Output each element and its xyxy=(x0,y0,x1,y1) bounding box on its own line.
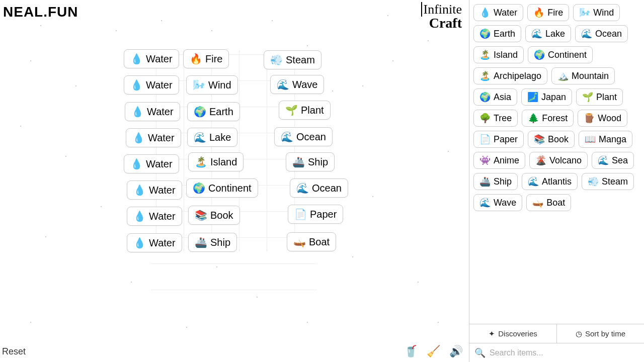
canvas-chip-ship[interactable]: 🚢Ship xyxy=(286,152,335,171)
atlantis-icon: 🌊 xyxy=(528,176,539,187)
canvas-chip-wave[interactable]: 🌊Wave xyxy=(270,75,324,94)
chip-label: Wave xyxy=(292,79,317,90)
canvas-chip-ocean[interactable]: 🌊Ocean xyxy=(290,178,348,198)
chip-label: Water xyxy=(146,79,173,91)
inventory-item-manga[interactable]: 📖Manga xyxy=(579,131,632,148)
inventory-item-boat[interactable]: 🛶Boat xyxy=(526,194,571,211)
canvas-chip-book[interactable]: 📚Book xyxy=(188,206,240,225)
inventory-item-steam[interactable]: 💨Steam xyxy=(582,173,634,190)
dust-particle xyxy=(387,15,388,16)
canvas-chip-continent[interactable]: 🌍Continent xyxy=(186,178,258,198)
canvas-chip-water[interactable]: 💧Water xyxy=(127,180,182,200)
canvas-chip-fire[interactable]: 🔥Fire xyxy=(183,49,229,68)
fire-icon: 🔥 xyxy=(190,53,202,65)
tab-discoveries[interactable]: ✦ Discoveries xyxy=(469,324,557,343)
canvas-chip-wind[interactable]: 🌬️Wind xyxy=(186,75,238,95)
inventory-item-wave[interactable]: 🌊Wave xyxy=(473,194,522,211)
dust-particle xyxy=(272,20,273,21)
cup-icon[interactable]: 🥤 xyxy=(404,345,418,358)
dust-particle xyxy=(65,156,66,157)
canvas-chip-island[interactable]: 🏝️Island xyxy=(188,152,244,171)
fire-icon: 🔥 xyxy=(533,7,544,18)
water-icon: 💧 xyxy=(133,210,146,222)
inventory-item-island[interactable]: 🏝️Island xyxy=(473,46,524,63)
search-input[interactable] xyxy=(490,348,639,357)
island-icon: 🏝️ xyxy=(479,49,491,60)
inventory-item-book[interactable]: 📚Book xyxy=(528,131,575,148)
inventory-item-volcano[interactable]: 🌋Volcano xyxy=(529,152,588,169)
dust-particle xyxy=(30,322,31,323)
inventory-item-label: Plant xyxy=(596,92,617,103)
inventory-item-ship[interactable]: 🚢Ship xyxy=(473,173,518,190)
inventory-item-water[interactable]: 💧Water xyxy=(473,4,523,21)
canvas-chip-plant[interactable]: 🌱Plant xyxy=(279,101,331,120)
canvas-chip-lake[interactable]: 🌊Lake xyxy=(187,128,237,147)
inventory-item-fire[interactable]: 🔥Fire xyxy=(527,4,569,21)
dust-particle xyxy=(448,151,449,152)
dust-particle xyxy=(101,206,102,207)
inventory-item-wood[interactable]: 🪵Wood xyxy=(578,110,627,127)
chip-label: Water xyxy=(148,132,175,144)
canvas-chip-water[interactable]: 💧Water xyxy=(124,154,179,173)
wave-icon: 🌊 xyxy=(277,78,289,90)
canvas-chip-paper[interactable]: 📄Paper xyxy=(288,205,343,224)
water-icon: 💧 xyxy=(130,79,143,91)
sound-icon[interactable]: 🔊 xyxy=(449,345,463,358)
inventory-panel: 💧Water🔥Fire🌬️Wind🌍Earth🌊Lake🌊Ocean🏝️Isla… xyxy=(469,0,644,324)
canvas-chip-water[interactable]: 💧Water xyxy=(127,207,182,226)
inventory-item-label: Archipelago xyxy=(494,71,541,81)
forest-icon: 🌲 xyxy=(528,113,539,124)
earth-icon: 🌍 xyxy=(194,106,206,118)
canvas-chip-water[interactable]: 💧Water xyxy=(124,75,179,95)
chip-label: Continent xyxy=(208,183,252,194)
chip-label: Water xyxy=(146,53,173,65)
reset-button[interactable]: Reset xyxy=(2,346,26,357)
canvas-chip-water[interactable]: 💧Water xyxy=(125,102,180,121)
inventory-item-tree[interactable]: 🌳Tree xyxy=(473,110,518,127)
canvas-chip-water[interactable]: 💧Water xyxy=(127,233,182,252)
chip-label: Water xyxy=(149,237,176,249)
canvas-chip-steam[interactable]: 💨Steam xyxy=(264,50,321,69)
inventory-item-mountain[interactable]: 🏔️Mountain xyxy=(551,67,615,84)
dust-particle xyxy=(307,322,308,323)
water-icon: 💧 xyxy=(133,237,146,249)
inventory-item-atlantis[interactable]: 🌊Atlantis xyxy=(522,173,578,190)
inventory-item-anime[interactable]: 👾Anime xyxy=(473,152,525,169)
inventory-item-forest[interactable]: 🌲Forest xyxy=(522,110,574,127)
dust-particle xyxy=(418,282,419,283)
water-icon: 💧 xyxy=(132,132,145,144)
dust-particle xyxy=(131,282,132,283)
inventory-item-asia[interactable]: 🌍Asia xyxy=(473,88,517,106)
canvas-chip-water[interactable]: 💧Water xyxy=(126,128,181,147)
inventory-item-japan[interactable]: 🗾Japan xyxy=(521,88,572,106)
inventory-item-ocean[interactable]: 🌊Ocean xyxy=(575,25,628,42)
inventory-item-wind[interactable]: 🌬️Wind xyxy=(573,4,620,21)
ocean-icon: 🌊 xyxy=(581,28,592,39)
dust-particle xyxy=(20,126,21,127)
tree-icon: 🌳 xyxy=(479,113,491,124)
canvas-chip-ship[interactable]: 🚢Ship xyxy=(188,233,237,252)
inventory-item-label: Earth xyxy=(494,29,515,39)
inventory-item-paper[interactable]: 📄Paper xyxy=(473,131,524,148)
canvas-chip-boat[interactable]: 🛶Boat xyxy=(287,232,336,251)
crafting-canvas[interactable]: 💧Water🔥Fire💨Steam💧Water🌬️Wind🌊Wave💧Water… xyxy=(0,0,468,362)
inventory-item-continent[interactable]: 🌍Continent xyxy=(528,46,593,63)
inventory-item-archipelago[interactable]: 🏝️Archipelago xyxy=(473,67,547,84)
inventory-item-sea[interactable]: 🌊Sea xyxy=(592,152,634,169)
inventory-item-label: Boat xyxy=(546,198,565,208)
plant-icon: 🌱 xyxy=(582,92,593,103)
grid-line xyxy=(184,50,184,251)
sidebar-tabs: ✦ Discoveries ◷ Sort by time xyxy=(469,324,644,343)
inventory-item-lake[interactable]: 🌊Lake xyxy=(525,25,571,42)
inventory-item-earth[interactable]: 🌍Earth xyxy=(473,25,521,42)
inventory-item-plant[interactable]: 🌱Plant xyxy=(576,88,623,106)
canvas-chip-earth[interactable]: 🌍Earth xyxy=(187,102,240,121)
inventory-item-label: Manga xyxy=(599,134,626,145)
broom-icon[interactable]: 🧹 xyxy=(427,345,440,358)
wind-icon: 🌬️ xyxy=(193,79,205,91)
canvas-chip-water[interactable]: 💧Water xyxy=(124,49,179,68)
chip-label: Book xyxy=(210,210,233,221)
canvas-chip-ocean[interactable]: 🌊Ocean xyxy=(274,127,333,146)
sidebar: 💧Water🔥Fire🌬️Wind🌍Earth🌊Lake🌊Ocean🏝️Isla… xyxy=(469,0,644,362)
tab-sort[interactable]: ◷ Sort by time xyxy=(557,324,644,343)
